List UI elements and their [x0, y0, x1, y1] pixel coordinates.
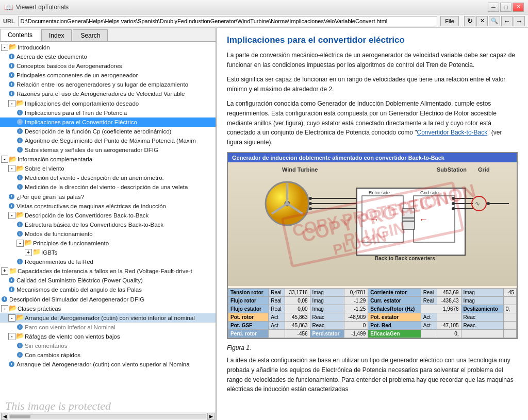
tree-item-conv-folder[interactable]: - 📂 Descripción de los Convertidores Bac…: [0, 211, 216, 220]
svg-text:∿: ∿: [475, 200, 480, 207]
tree-item-razones[interactable]: i Razones para el uso de Aerogeneradores…: [0, 89, 216, 98]
tree-item-subsistemas[interactable]: i Subsistemas y señales de un aerogenera…: [0, 145, 216, 155]
tree-item-medicion-viento[interactable]: i Medición del viento - descripción de u…: [0, 173, 216, 182]
tree-item-igbts[interactable]: + 📁 IGBTs: [0, 248, 216, 257]
toggle-arranque[interactable]: -: [8, 314, 15, 322]
toggle-viento[interactable]: -: [8, 165, 15, 172]
find-button[interactable]: 🔍: [489, 16, 500, 26]
tree-item-requerimientos[interactable]: i Requerimientos de la Red: [0, 257, 216, 266]
td-pot-red-label: Pot. Red: [368, 322, 421, 330]
tree-label-conceptos: Conceptos basicos de Aerogeneradores: [16, 62, 122, 70]
tree-item-introduccion[interactable]: - 📂 Introducción: [0, 43, 216, 52]
svg-point-17: [452, 207, 455, 210]
forward-button[interactable]: →: [514, 16, 525, 26]
tab-contents[interactable]: Contents: [0, 29, 40, 41]
hscroll-left[interactable]: ◀ ▶: [0, 412, 216, 420]
main: Contents Index Search - 📂 Introducción i…: [0, 28, 528, 420]
toggle-implicaciones[interactable]: -: [8, 100, 15, 107]
back-to-back-link[interactable]: Convertidor Back-to-Back: [417, 129, 488, 136]
tree-label-arranque-sup: Arranque del Aerogenerador (cutin) con v…: [16, 360, 190, 368]
info-icon-impl-tren: i: [16, 109, 23, 116]
toggle-capacidades[interactable]: +: [1, 267, 8, 275]
tree-item-conceptos[interactable]: i Conceptos basicos de Aerogeneradores: [0, 61, 216, 71]
info-icon-medicion-viento: i: [16, 174, 23, 181]
tree-label-medicion-dir: Medición de la dirección del viento - de…: [25, 183, 188, 191]
toggle-clases[interactable]: -: [1, 305, 8, 312]
toggle-igbts[interactable]: +: [25, 249, 32, 256]
file-button[interactable]: File: [440, 16, 459, 26]
tree-container[interactable]: - 📂 Introducción i Acerca de este docume…: [0, 42, 216, 412]
hscroll-track-left[interactable]: [9, 414, 206, 418]
toggle-introduccion[interactable]: -: [1, 44, 8, 51]
minimize-button[interactable]: ─: [488, 3, 499, 12]
tree-item-mecanismos[interactable]: i Mecanismos de cambio del angulo de las…: [0, 285, 216, 294]
hscroll-left-btn[interactable]: ◀: [1, 413, 8, 420]
td-flujo-r-real-val: 0,08: [285, 297, 310, 305]
titlebar-left: 📖 ViewerLdpTutorials: [4, 3, 69, 11]
right-panel[interactable]: Implicaciones para el convertidor eléctr…: [217, 28, 528, 420]
tree-label-mecanismos: Mecanismos de cambio del angulo de las P…: [16, 285, 142, 294]
toggle-rafagas[interactable]: -: [8, 333, 15, 340]
tree-item-info-comp[interactable]: - 📂 Información complementaria: [0, 155, 216, 164]
info-icon-principales: i: [8, 72, 15, 78]
toggle-info-comp[interactable]: -: [1, 156, 8, 163]
td-pot-r-reac-val: -48,909: [344, 313, 368, 322]
folder-icon-implicaciones: 📂: [16, 100, 23, 107]
info-icon-subsistemas: i: [16, 146, 23, 153]
tree-label-igbts: IGBTs: [41, 248, 57, 257]
tree-item-rafagas[interactable]: - 📂 Ráfagas de viento con vientos bajos: [0, 332, 216, 341]
tree-label-algoritmo: Algoritmo de Seguimiento del Punto de Má…: [25, 137, 196, 145]
tree-item-calidad[interactable]: i Calidad del Suministro Eléctrico (Powe…: [0, 276, 216, 285]
tab-index[interactable]: Index: [41, 29, 72, 41]
content-para-2: Esto significa ser capaz de funcionar en…: [227, 75, 518, 94]
info-icon-con-cambios: i: [16, 351, 23, 358]
info-icon-calidad: i: [8, 277, 15, 283]
toggle-conv[interactable]: -: [8, 212, 15, 219]
tree-item-vistas[interactable]: i Vistas constructivas de maquinas eléct…: [0, 201, 216, 211]
back-button[interactable]: ←: [501, 16, 513, 26]
tree-item-medicion-dir[interactable]: i Medición de la dirección del viento - …: [0, 182, 216, 192]
maximize-button[interactable]: □: [500, 3, 512, 12]
tree-item-sin-com[interactable]: i Sin comentarios: [0, 341, 216, 350]
refresh-button[interactable]: ↻: [464, 16, 475, 26]
td-pot-r-label: Pot. rotor: [228, 313, 269, 322]
table-row-1: Tension rotor Real 33,1716 Imag 0,4781 C…: [228, 289, 517, 297]
tree-item-funcion-cp[interactable]: i Descripción de la función Cp (coeficie…: [0, 127, 216, 136]
tree-label-con-cambios: Con cambios rápidos: [25, 351, 80, 359]
tree-item-impl-tren[interactable]: i Implicaciones para el Tren de Potencia: [0, 108, 216, 117]
tree-item-capacidades[interactable]: + 📁 Capacidades de tolerancia a fallos e…: [0, 266, 216, 276]
tree-label-razones: Razones para el uso de Aerogeneradores d…: [16, 90, 185, 98]
tab-search[interactable]: Search: [73, 29, 108, 41]
tree-item-estructura[interactable]: i Estructura básica de los Convertidores…: [0, 220, 216, 229]
grid-arrow: ←: [419, 214, 428, 225]
tree-item-por-que[interactable]: i ¿Por qué giran las palas?: [0, 192, 216, 201]
folder-icon-principios: 📂: [25, 240, 31, 246]
diagram-svg: Wind Turbine SubStation Grid: [228, 162, 517, 286]
tree-item-arranque-sup[interactable]: i Arranque del Aerogenerador (cutin) con…: [0, 360, 216, 369]
tree-item-con-cambios[interactable]: i Con cambios rápidos: [0, 350, 216, 360]
content-para-3: La configuración conocida como Generador…: [227, 99, 518, 147]
tree-item-simulador[interactable]: i Descripción del Simulador del Aerogene…: [0, 295, 216, 304]
info-icon-mecanismos: i: [8, 286, 15, 293]
tree-item-viento-folder[interactable]: - 📂 Sobre el viento: [0, 164, 216, 173]
tree-item-implicaciones-folder[interactable]: - 📂 Implicaciones del comportamiento des…: [0, 99, 216, 108]
close-button[interactable]: ✕: [513, 3, 524, 12]
diagram-title-bar: Generador de induccion doblemente alimen…: [228, 153, 517, 162]
tree-item-impl-conv[interactable]: i Implicaciones para el Convertidor Eléc…: [0, 117, 216, 127]
tree-item-algoritmo[interactable]: i Algoritmo de Seguimiento del Punto de …: [0, 136, 216, 145]
info-icon-acerca: i: [8, 53, 15, 60]
tree-item-clases[interactable]: - 📂 Clases prácticas: [0, 304, 216, 313]
tree-item-relacion[interactable]: i Relación entre los aerogeneradores y s…: [0, 80, 216, 89]
td-corr-imag-label: Imag: [461, 289, 503, 297]
url-field[interactable]: [18, 16, 438, 26]
tree-item-paro[interactable]: i Paro con viento inferior al Nominal: [0, 323, 216, 332]
tree-item-acerca[interactable]: i Acerca de este documento: [0, 52, 216, 61]
stop-button[interactable]: ✕: [476, 16, 488, 26]
tree-item-modos[interactable]: i Modos de funcionamiento: [0, 229, 216, 239]
tree-item-principios[interactable]: - 📂 Principios de funcionamiento: [0, 239, 216, 248]
tree-item-arranque-folder[interactable]: - 📂 Arranque del Aerogenerador (cutin) c…: [0, 313, 216, 323]
folder-icon-igbts: 📁: [33, 249, 40, 256]
hscroll-right-btn[interactable]: ▶: [207, 413, 214, 420]
tree-item-principales[interactable]: i Principales componentes de un aerogene…: [0, 71, 216, 80]
toggle-principios[interactable]: -: [16, 240, 24, 247]
